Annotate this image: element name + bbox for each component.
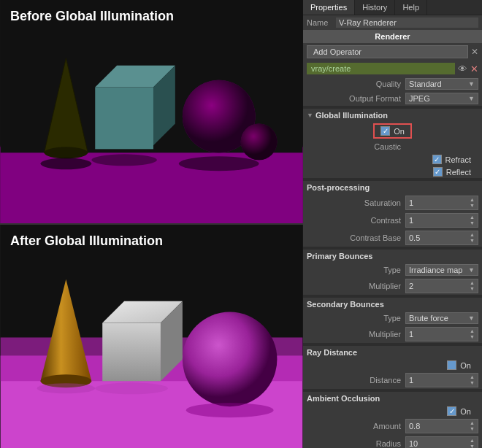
contrast-base-down[interactable]: ▼	[470, 238, 475, 244]
amount-up[interactable]: ▲	[470, 420, 475, 426]
distance-label: Distance	[307, 376, 405, 385]
contrast-base-spinner[interactable]: ▲ ▼	[470, 232, 475, 244]
secondary-type-label: Type	[307, 314, 405, 323]
secondary-type-dropdown-icon[interactable]: ▼	[468, 314, 475, 322]
quality-value[interactable]: Standard ▼	[405, 78, 478, 90]
reflect-row: ✓ Reflect	[303, 166, 482, 178]
refract-check-icon: ✓	[434, 155, 440, 163]
contrast-row: Contrast 1 ▲ ▼	[303, 212, 482, 229]
distance-spinner[interactable]: ▲ ▼	[470, 374, 475, 386]
ao-on-label: On	[460, 407, 471, 416]
secondary-type-row: Type Brute force ▼	[303, 311, 482, 325]
quality-row: Quality Standard ▼	[303, 77, 482, 91]
contrast-label: Contrast	[307, 216, 405, 225]
radius-spinner[interactable]: ▲ ▼	[470, 438, 475, 448]
reflect-checkbox[interactable]: ✓	[433, 167, 443, 177]
contrast-down[interactable]: ▼	[470, 220, 475, 226]
vray-close-icon[interactable]: ✕	[470, 63, 478, 74]
amount-value[interactable]: 0.8 ▲ ▼	[405, 419, 478, 433]
contrast-base-up[interactable]: ▲	[470, 232, 475, 238]
distance-down[interactable]: ▼	[470, 380, 475, 386]
ao-subheader: Ambient Occlusion	[303, 392, 482, 405]
refract-checkbox[interactable]: ✓	[432, 155, 442, 164]
caustic-label: Caustic	[307, 142, 405, 151]
ray-distance-label: Ray Distance	[307, 348, 357, 357]
secondary-mult-up[interactable]: ▲	[470, 328, 475, 334]
output-format-dropdown-icon[interactable]: ▼	[468, 95, 475, 102]
quality-label: Quality	[307, 80, 405, 88]
post-processing-label: Post-processing	[307, 183, 370, 192]
primary-type-label: Type	[307, 266, 405, 274]
primary-multiplier-row: Multiplier 2 ▲ ▼	[303, 277, 482, 295]
caustic-row: Caustic	[303, 140, 482, 153]
radius-down[interactable]: ▼	[470, 444, 475, 448]
secondary-bounces-label: Secondary Bounces	[307, 300, 384, 309]
secondary-type-value[interactable]: Brute force ▼	[405, 312, 478, 324]
secondary-multiplier-label: Multiplier	[307, 330, 405, 339]
radius-up[interactable]: ▲	[470, 438, 475, 444]
add-operator-row: Add Operator ✕	[303, 43, 482, 61]
primary-bounces-subheader: Primary Bounces	[303, 250, 482, 263]
primary-mult-up[interactable]: ▲	[470, 280, 475, 286]
gi-chevron[interactable]: ▼	[307, 112, 313, 119]
vray-icons: 👁 ✕	[458, 63, 478, 74]
checkbox-check-icon: ✓	[383, 128, 389, 135]
amount-down[interactable]: ▼	[470, 426, 475, 432]
add-operator-button[interactable]: Add Operator	[307, 45, 468, 58]
primary-type-dropdown-icon[interactable]: ▼	[468, 266, 475, 274]
before-scene: Before Global Illumination	[0, 0, 303, 225]
distance-up[interactable]: ▲	[470, 374, 475, 380]
add-operator-close[interactable]: ✕	[471, 47, 478, 57]
ao-checkbox[interactable]: ✓	[447, 406, 456, 416]
secondary-multiplier-row: Multiplier 1 ▲ ▼	[303, 325, 482, 343]
secondary-multiplier-value[interactable]: 1 ▲ ▼	[405, 327, 478, 341]
saturation-down[interactable]: ▼	[470, 203, 475, 209]
saturation-row: Saturation 1 ▲ ▼	[303, 194, 482, 212]
ray-distance-subheader: Ray Distance	[303, 346, 482, 359]
secondary-bounces-subheader: Secondary Bounces	[303, 298, 482, 311]
secondary-multiplier-spinner[interactable]: ▲ ▼	[470, 328, 475, 340]
primary-type-value[interactable]: Irradiance map ▼	[405, 264, 478, 276]
ray-distance-checkbox[interactable]	[447, 360, 456, 370]
distance-value[interactable]: 1 ▲ ▼	[405, 373, 478, 387]
svg-point-15	[179, 156, 259, 171]
contrast-value[interactable]: 1 ▲ ▼	[405, 213, 478, 228]
radius-value[interactable]: 10 ▲ ▼	[405, 436, 478, 448]
tab-help[interactable]: Help	[395, 0, 427, 15]
saturation-label: Saturation	[307, 198, 405, 207]
gi-on-checkbox[interactable]: ✓	[380, 126, 390, 136]
saturation-up[interactable]: ▲	[470, 197, 475, 203]
primary-multiplier-spinner[interactable]: ▲ ▼	[470, 280, 475, 292]
secondary-mult-down[interactable]: ▼	[470, 334, 475, 340]
saturation-spinner[interactable]: ▲ ▼	[470, 197, 475, 209]
tab-properties[interactable]: Properties	[303, 0, 355, 15]
vray-create-label: vray/create	[307, 63, 455, 74]
svg-point-26	[95, 382, 168, 394]
distance-row: Distance 1 ▲ ▼	[303, 371, 482, 389]
eye-icon[interactable]: 👁	[458, 63, 467, 74]
svg-point-5	[44, 147, 88, 158]
output-format-value[interactable]: JPEG ▼	[405, 93, 478, 104]
saturation-value[interactable]: 1 ▲ ▼	[405, 196, 478, 210]
gi-label: Global Illumination	[315, 111, 388, 120]
amount-spinner[interactable]: ▲ ▼	[470, 420, 475, 432]
svg-point-27	[186, 403, 274, 417]
svg-point-13	[40, 158, 91, 169]
tab-history[interactable]: History	[355, 0, 395, 15]
ao-label: Ambient Occlusion	[307, 394, 380, 403]
output-format-row: Output Format JPEG ▼	[303, 91, 482, 106]
gi-on-label: On	[394, 127, 405, 136]
primary-bounces-label: Primary Bounces	[307, 252, 372, 260]
after-scene: After Global Illumination	[0, 225, 303, 448]
name-label: Name	[307, 18, 336, 27]
preview-panel: Before Global Illumination	[0, 0, 303, 448]
quality-dropdown-icon[interactable]: ▼	[468, 80, 475, 88]
contrast-base-value[interactable]: 0.5 ▲ ▼	[405, 231, 478, 245]
contrast-up[interactable]: ▲	[470, 215, 475, 220]
contrast-spinner[interactable]: ▲ ▼	[470, 215, 475, 226]
primary-mult-down[interactable]: ▼	[470, 286, 475, 292]
contrast-base-row: Contrast Base 0.5 ▲ ▼	[303, 229, 482, 247]
radius-row: Radius 10 ▲ ▼	[303, 435, 482, 448]
svg-point-12	[241, 123, 278, 160]
primary-multiplier-value[interactable]: 2 ▲ ▼	[405, 279, 478, 293]
